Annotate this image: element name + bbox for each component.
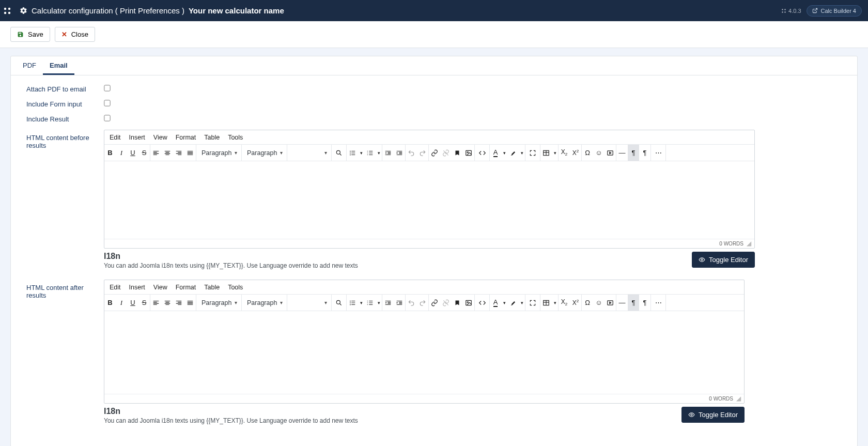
menu-view[interactable]: View — [153, 134, 167, 141]
calc-builder-badge[interactable]: Calc Builder 4 — [807, 5, 862, 17]
search-icon[interactable] — [332, 145, 346, 161]
redo-icon[interactable] — [417, 145, 428, 161]
subscript-icon[interactable]: X2 — [559, 145, 570, 161]
indent-icon[interactable] — [394, 145, 405, 161]
ltr-icon[interactable]: ¶ — [628, 145, 639, 161]
search-icon[interactable] — [332, 295, 346, 311]
format-select[interactable]: Paragraph▾ — [196, 295, 242, 311]
align-justify-icon[interactable] — [184, 145, 196, 161]
align-left-icon[interactable] — [150, 295, 162, 311]
number-list-icon[interactable] — [364, 295, 376, 311]
include-form-checkbox[interactable] — [104, 100, 110, 106]
underline-icon[interactable]: U — [127, 145, 138, 161]
link-icon[interactable] — [429, 145, 440, 161]
menu-format[interactable]: Format — [176, 134, 196, 141]
emoji-icon[interactable]: ☺ — [593, 295, 605, 311]
menu-view[interactable]: View — [153, 284, 167, 291]
toggle-editor-button[interactable]: Toggle Editor — [681, 407, 745, 423]
image-icon[interactable] — [463, 145, 474, 161]
undo-icon[interactable] — [406, 295, 417, 311]
unlink-icon[interactable] — [440, 145, 452, 161]
bullet-list-chevron-icon[interactable]: ▾ — [358, 145, 364, 161]
text-color-chevron-icon[interactable]: ▾ — [501, 295, 507, 311]
media-icon[interactable] — [605, 295, 616, 311]
rtl-icon[interactable]: ¶ — [639, 295, 650, 311]
bold-icon[interactable]: B — [104, 145, 116, 161]
include-result-checkbox[interactable] — [104, 115, 110, 121]
highlight-chevron-icon[interactable]: ▾ — [519, 295, 525, 311]
align-center-icon[interactable] — [162, 295, 173, 311]
hr-icon[interactable]: — — [616, 145, 628, 161]
menu-table[interactable]: Table — [204, 284, 220, 291]
indent-icon[interactable] — [394, 295, 405, 311]
menu-tools[interactable]: Tools — [228, 134, 243, 141]
italic-icon[interactable]: I — [116, 295, 127, 311]
outdent-icon[interactable] — [382, 145, 394, 161]
toggle-editor-button[interactable]: Toggle Editor — [692, 252, 755, 268]
menu-insert[interactable]: Insert — [129, 134, 145, 141]
bullet-list-icon[interactable] — [347, 145, 358, 161]
fullscreen-icon[interactable] — [525, 295, 540, 311]
style-select[interactable]: Paragraph▾ — [242, 295, 287, 311]
tab-pdf[interactable]: PDF — [16, 56, 43, 75]
undo-icon[interactable] — [406, 145, 417, 161]
subscript-icon[interactable]: X2 — [559, 295, 570, 311]
table-chevron-icon[interactable]: ▾ — [552, 145, 558, 161]
tab-email[interactable]: Email — [43, 56, 74, 75]
fullscreen-icon[interactable] — [525, 145, 540, 161]
more-icon[interactable]: ⋯ — [651, 295, 665, 311]
special-char-icon[interactable]: Ω — [582, 295, 593, 311]
format-select[interactable]: Paragraph▾ — [196, 145, 242, 161]
text-color-chevron-icon[interactable]: ▾ — [501, 145, 507, 161]
bullet-list-chevron-icon[interactable]: ▾ — [358, 295, 364, 311]
bullet-list-icon[interactable] — [347, 295, 358, 311]
align-right-icon[interactable] — [173, 295, 184, 311]
number-list-chevron-icon[interactable]: ▾ — [376, 295, 382, 311]
align-left-icon[interactable] — [150, 145, 162, 161]
strike-icon[interactable]: S — [138, 145, 150, 161]
source-code-icon[interactable] — [475, 145, 489, 161]
number-list-chevron-icon[interactable]: ▾ — [376, 145, 382, 161]
editor-content-area[interactable] — [104, 161, 754, 239]
menu-edit[interactable]: Edit — [110, 134, 121, 141]
attach-pdf-checkbox[interactable] — [104, 85, 110, 91]
image-icon[interactable] — [463, 295, 474, 311]
menu-insert[interactable]: Insert — [129, 284, 145, 291]
link-icon[interactable] — [429, 295, 440, 311]
special-char-icon[interactable]: Ω — [582, 145, 593, 161]
menu-edit[interactable]: Edit — [110, 284, 121, 291]
number-list-icon[interactable] — [364, 145, 376, 161]
table-icon[interactable] — [540, 145, 552, 161]
superscript-icon[interactable]: X2 — [570, 295, 581, 311]
hr-icon[interactable]: — — [616, 295, 628, 311]
editor-content-area[interactable] — [104, 311, 744, 394]
media-icon[interactable] — [605, 145, 616, 161]
font-select[interactable]: ▾ — [287, 295, 332, 311]
bold-icon[interactable]: B — [104, 295, 116, 311]
menu-tools[interactable]: Tools — [228, 284, 243, 291]
ltr-icon[interactable]: ¶ — [628, 295, 639, 311]
superscript-icon[interactable]: X2 — [570, 145, 581, 161]
highlight-chevron-icon[interactable]: ▾ — [519, 145, 525, 161]
redo-icon[interactable] — [417, 295, 428, 311]
source-code-icon[interactable] — [475, 295, 489, 311]
menu-format[interactable]: Format — [176, 284, 196, 291]
highlight-icon[interactable] — [507, 145, 519, 161]
resize-handle-icon[interactable]: ◢ — [747, 240, 751, 247]
italic-icon[interactable]: I — [116, 145, 127, 161]
font-select[interactable]: ▾ — [287, 145, 332, 161]
strike-icon[interactable]: S — [138, 295, 150, 311]
rtl-icon[interactable]: ¶ — [639, 145, 650, 161]
anchor-icon[interactable] — [452, 295, 463, 311]
unlink-icon[interactable] — [440, 295, 452, 311]
align-justify-icon[interactable] — [184, 295, 196, 311]
highlight-icon[interactable] — [507, 295, 519, 311]
close-button[interactable]: ✕ Close — [55, 27, 95, 42]
menu-table[interactable]: Table — [204, 134, 220, 141]
text-color-icon[interactable]: A — [490, 295, 501, 311]
underline-icon[interactable]: U — [127, 295, 138, 311]
resize-handle-icon[interactable]: ◢ — [736, 395, 741, 402]
emoji-icon[interactable]: ☺ — [593, 145, 605, 161]
anchor-icon[interactable] — [452, 145, 463, 161]
save-button[interactable]: Save — [10, 27, 50, 42]
